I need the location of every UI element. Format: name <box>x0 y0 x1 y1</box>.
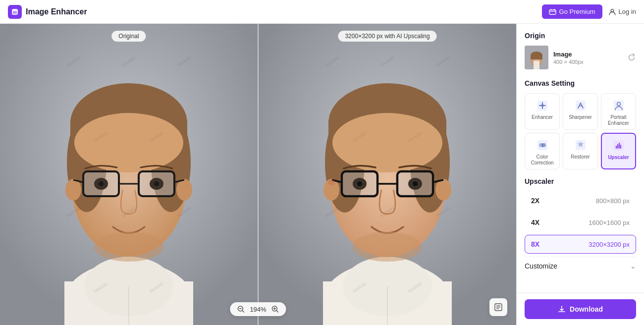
user-icon <box>608 8 616 16</box>
upscale-2x-size: 800×800 px <box>596 197 630 205</box>
svg-point-57 <box>327 179 335 185</box>
chevron-down-icon: ⌄ <box>630 262 636 270</box>
svg-point-29 <box>94 232 163 262</box>
canvas-area: Original <box>0 24 516 325</box>
upscale-4x-size: 1600×1600 px <box>589 219 630 226</box>
upscale-8x-size: 3200×3200 px <box>589 241 630 248</box>
upscale-4x[interactable]: 4X 1600×1600 px <box>525 213 636 232</box>
origin-info: Image 400 × 400px <box>553 51 584 65</box>
canvas-settings-section: Canvas Setting Enhancer <box>525 79 636 169</box>
header: m Image Enhancer Go Premium Log in <box>0 0 644 24</box>
customize-row[interactable]: Customize ⌄ <box>525 257 636 275</box>
origin-thumb-wrap: Image 400 × 400px <box>525 46 584 69</box>
origin-image-size: 400 × 400px <box>553 59 584 65</box>
download-section: Download <box>517 293 644 325</box>
zoom-out-icon <box>237 305 245 313</box>
upscale-8x-label: 8X <box>531 240 539 248</box>
login-button[interactable]: Log in <box>608 8 636 16</box>
portrait-enhancer-label: Portrait Enhancer <box>603 114 634 126</box>
origin-image-name: Image <box>553 51 584 58</box>
restorer-icon <box>574 138 588 152</box>
upscaler-icon <box>612 139 626 153</box>
refresh-button[interactable] <box>627 53 636 62</box>
enhanced-image <box>259 24 516 325</box>
color-correction-icon <box>536 138 549 152</box>
sharpener-icon <box>574 99 588 112</box>
zoom-controls: 194% <box>230 302 286 316</box>
svg-rect-2 <box>549 10 556 14</box>
customize-label: Customize <box>525 262 557 270</box>
svg-point-27 <box>99 181 104 186</box>
restorer-label: Restorer <box>571 154 590 160</box>
enhancer-icon <box>536 99 549 112</box>
svg-point-53 <box>357 181 362 186</box>
svg-point-55 <box>353 232 422 262</box>
portrait-enhancer-icon <box>612 99 626 112</box>
svg-point-41 <box>332 113 442 172</box>
go-premium-button[interactable]: Go Premium <box>542 4 602 19</box>
origin-section: Origin <box>525 32 636 69</box>
enhanced-badge: 3200×3200 px with AI Upscaling <box>338 31 436 42</box>
app-title: Image Enhancer <box>26 7 87 16</box>
notes-button[interactable] <box>489 298 507 316</box>
svg-point-28 <box>154 181 159 186</box>
svg-line-64 <box>277 311 278 312</box>
download-button[interactable]: Download <box>525 299 636 319</box>
tool-restorer[interactable]: Restorer <box>563 133 598 169</box>
original-image <box>0 24 258 325</box>
color-correction-label: Color Correction <box>527 154 557 166</box>
svg-text:m: m <box>13 9 17 14</box>
zoom-in-button[interactable] <box>271 305 279 313</box>
upscale-2x[interactable]: 2X 800×800 px <box>525 191 636 210</box>
upscaler-label: Upscaler <box>608 155 629 161</box>
svg-rect-73 <box>534 61 539 69</box>
tool-enhancer[interactable]: Enhancer <box>525 93 560 130</box>
app-logo: m <box>8 5 22 19</box>
refresh-icon <box>627 53 636 62</box>
original-badge: Original <box>111 31 146 42</box>
zoom-level: 194% <box>250 306 266 313</box>
tool-upscaler[interactable]: Upscaler <box>601 133 636 169</box>
svg-point-75 <box>541 104 544 107</box>
svg-rect-76 <box>576 101 586 110</box>
svg-point-16 <box>65 179 81 201</box>
tool-color-correction[interactable]: Color Correction <box>525 133 560 169</box>
origin-title: Origin <box>525 32 636 40</box>
svg-point-83 <box>541 143 543 147</box>
tool-sharpener[interactable]: Sharpener <box>563 93 598 130</box>
zoom-in-icon <box>271 305 279 313</box>
right-panel: Origin <box>516 24 644 325</box>
upscale-2x-label: 2X <box>531 197 539 205</box>
svg-point-17 <box>176 179 192 201</box>
premium-icon <box>549 8 556 15</box>
origin-image-row: Image 400 × 400px <box>525 46 636 69</box>
canvas-setting-title: Canvas Setting <box>525 79 636 87</box>
thumb-image <box>525 46 548 69</box>
tool-grid-row2: Color Correction Restorer <box>525 133 636 169</box>
header-right: Go Premium Log in <box>542 4 636 19</box>
upscale-4x-label: 4X <box>531 218 539 226</box>
zoom-out-button[interactable] <box>237 305 245 313</box>
tool-portrait-enhancer[interactable]: Portrait Enhancer <box>601 93 636 130</box>
svg-rect-72 <box>531 55 542 59</box>
notes-icon <box>494 303 503 312</box>
upscaler-section: Upscaler 2X 800×800 px 4X 1600×1600 px 8… <box>525 177 636 275</box>
sharpener-label: Sharpener <box>569 114 592 120</box>
download-icon <box>558 305 566 313</box>
upscaler-title: Upscaler <box>525 177 636 185</box>
svg-point-43 <box>435 179 451 201</box>
enhancer-label: Enhancer <box>532 114 553 120</box>
main-content: Original <box>0 24 644 325</box>
tool-grid-row1: Enhancer Sharpener <box>525 93 636 130</box>
upscale-8x[interactable]: 8X 3200×3200 px <box>525 235 636 254</box>
svg-point-15 <box>74 113 183 172</box>
original-panel: Original <box>0 24 259 325</box>
enhanced-panel: 3200×3200 px with AI Upscaling <box>259 24 516 325</box>
origin-thumbnail <box>525 46 548 69</box>
header-left: m Image Enhancer <box>8 5 87 19</box>
download-label: Download <box>570 305 603 313</box>
svg-point-54 <box>413 181 418 186</box>
svg-line-60 <box>242 311 244 312</box>
